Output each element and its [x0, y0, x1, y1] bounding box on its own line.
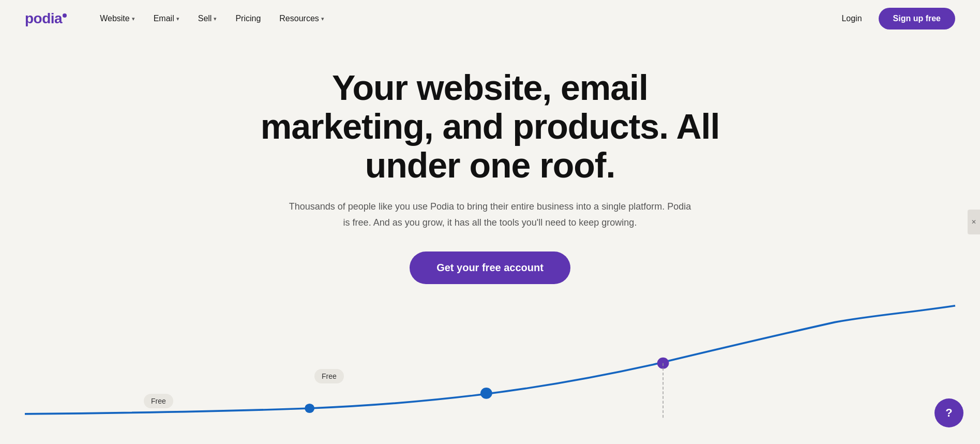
nav-right: Login Sign up free [833, 8, 955, 29]
chat-button[interactable]: ? [934, 398, 963, 427]
login-button[interactable]: Login [833, 10, 870, 27]
hero-section: Your website, email marketing, and produ… [0, 37, 980, 419]
nav-item-resources[interactable]: Resources ▾ [271, 10, 332, 27]
hero-title: Your website, email marketing, and produ… [258, 68, 723, 184]
close-icon: ✕ [971, 218, 976, 226]
nav-item-website[interactable]: Website ▾ [92, 10, 143, 27]
main-nav: podia Website ▾ Email ▾ Sell ▾ Pricing R… [0, 0, 980, 37]
chevron-down-icon: ▾ [176, 16, 179, 22]
nav-item-pricing-label: Pricing [235, 14, 261, 23]
signup-button[interactable]: Sign up free [879, 8, 955, 29]
nav-item-email-label: Email [154, 14, 174, 23]
nav-links: Website ▾ Email ▾ Sell ▾ Pricing Resourc… [92, 10, 833, 27]
chart-label-free-2: Free [314, 369, 344, 383]
nav-item-resources-label: Resources [279, 14, 319, 23]
nav-item-website-label: Website [100, 14, 130, 23]
chart-point-2 [480, 388, 492, 399]
chevron-down-icon: ▾ [214, 16, 217, 22]
chart-label-free-1: Free [144, 394, 173, 408]
nav-item-sell-label: Sell [198, 14, 212, 23]
chevron-down-icon: ▾ [132, 16, 135, 22]
hero-cta-button[interactable]: Get your free account [410, 251, 570, 284]
logo[interactable]: podia [25, 10, 67, 27]
sidebar-close-handle[interactable]: ✕ [968, 210, 980, 234]
chat-icon: ? [945, 406, 952, 420]
chart-point-1 [305, 403, 314, 412]
nav-item-email[interactable]: Email ▾ [145, 10, 188, 27]
hero-subtitle: Thousands of people like you use Podia t… [289, 199, 692, 230]
nav-item-sell[interactable]: Sell ▾ [190, 10, 225, 27]
logo-dot [63, 13, 67, 18]
logo-text: podia [25, 10, 62, 27]
chevron-down-icon: ▾ [321, 16, 324, 22]
chart-area: Free Free [25, 315, 955, 419]
nav-item-pricing[interactable]: Pricing [227, 10, 269, 27]
